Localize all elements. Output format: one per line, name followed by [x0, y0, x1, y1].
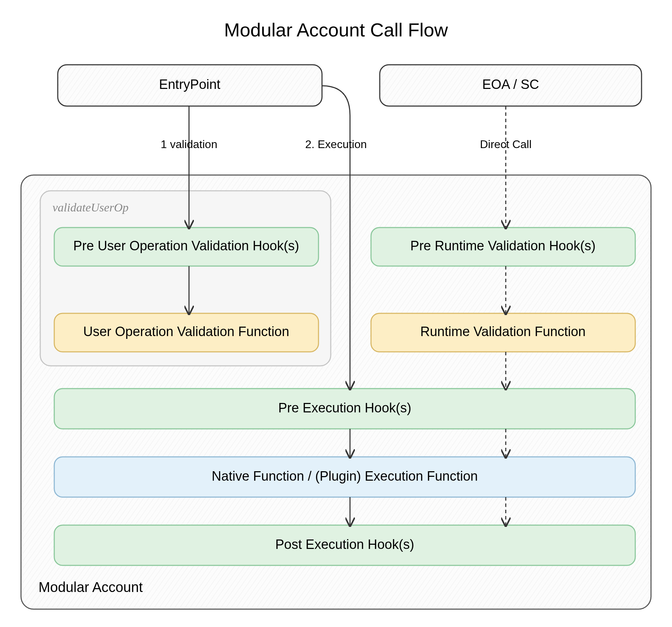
pre-runtime-hook-label: Pre Runtime Validation Hook(s) — [410, 238, 595, 253]
call-flow-diagram: Modular Account Call Flow Modular Accoun… — [0, 0, 672, 627]
arrow-direct-label: Direct Call — [480, 138, 532, 151]
native-function-box: Native Function / (Plugin) Execution Fun… — [54, 457, 635, 497]
eoa-label: EOA / SC — [482, 77, 539, 92]
modular-account-label: Modular Account — [38, 579, 143, 595]
pre-runtime-hook-box: Pre Runtime Validation Hook(s) — [371, 228, 635, 266]
native-function-label: Native Function / (Plugin) Execution Fun… — [212, 469, 478, 483]
validate-userop-label: validateUserOp — [52, 201, 128, 214]
pre-userop-hook-box: Pre User Operation Validation Hook(s) — [54, 228, 318, 266]
post-execution-hook-label: Post Execution Hook(s) — [275, 537, 414, 552]
userop-validation-box: User Operation Validation Function — [54, 313, 318, 352]
runtime-validation-label: Runtime Validation Function — [420, 324, 586, 339]
pre-execution-hook-label: Pre Execution Hook(s) — [278, 400, 411, 415]
pre-execution-hook-box: Pre Execution Hook(s) — [54, 389, 635, 429]
arrow-execution-label: 2. Execution — [305, 138, 367, 151]
arrow-validation-label: 1 validation — [161, 138, 217, 151]
eoa-box: EOA / SC — [380, 65, 642, 106]
diagram-title: Modular Account Call Flow — [224, 19, 448, 40]
entrypoint-box: EntryPoint — [58, 65, 322, 106]
runtime-validation-box: Runtime Validation Function — [371, 313, 635, 352]
pre-userop-hook-label: Pre User Operation Validation Hook(s) — [73, 238, 299, 253]
userop-validation-label: User Operation Validation Function — [83, 324, 289, 339]
entrypoint-label: EntryPoint — [159, 77, 220, 92]
post-execution-hook-box: Post Execution Hook(s) — [54, 525, 635, 565]
